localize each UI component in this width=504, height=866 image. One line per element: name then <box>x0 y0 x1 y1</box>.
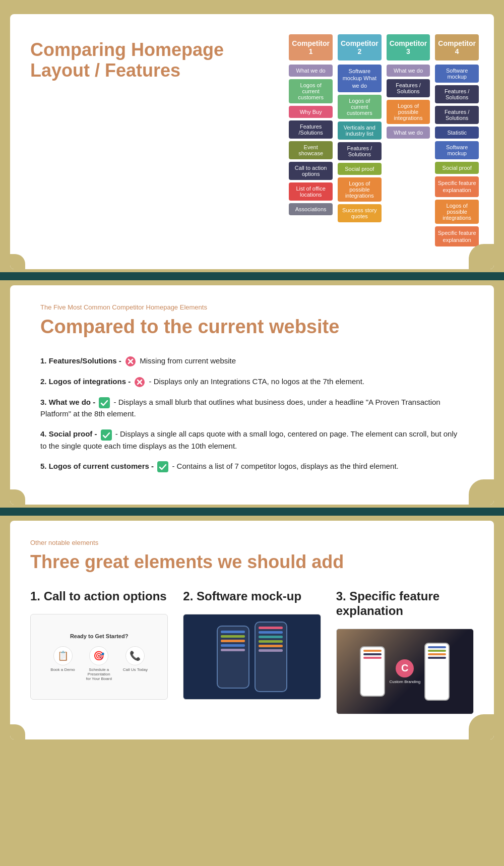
phone-bar-4 <box>221 644 245 647</box>
card3-title: 3. Specific feature explanation <box>336 589 474 618</box>
svg-rect-7 <box>101 429 112 441</box>
phone-bar-5 <box>221 649 245 651</box>
comp4-tag7: Specific feature explanation <box>435 176 479 197</box>
competitor-col-4: Competitor 4 Software mockup Features / … <box>435 34 479 249</box>
card2-image <box>183 614 321 700</box>
comp4-header: Competitor 4 <box>435 34 479 60</box>
feature-logo-text: Custom Branding <box>389 679 420 684</box>
checklist-item-2: 2. Logos of integrations - - Displays on… <box>40 376 464 388</box>
comp2-header: Competitor 2 <box>338 34 382 60</box>
cards-row: 1. Call to action options Ready to Get S… <box>30 589 474 714</box>
cta-icon-call: 📞 <box>125 646 145 665</box>
cta-icon-1: 📋 Book a Demo <box>50 646 75 681</box>
comp1-tag6: Call to action options <box>289 162 333 180</box>
phone-bar2-4 <box>259 640 283 643</box>
competitor-col-3: Competitor 3 What we do Features / Solut… <box>387 34 430 249</box>
feature-logo: C Custom Branding <box>389 659 420 684</box>
comp3-tag3: Logos of possible integrations <box>387 100 430 124</box>
comp4-tag9: Specific feature explanation <box>435 226 479 247</box>
comp1-header: Competitor 1 <box>289 34 333 60</box>
cta-icon-demo-label: Book a Demo <box>50 667 75 672</box>
phone-bar-2 <box>221 635 245 638</box>
comp2-tag5: Social proof <box>338 163 382 175</box>
cta-icon-demo: 📋 <box>53 646 73 665</box>
comp2-tag7: Success story quotes <box>338 204 382 222</box>
comp2-tag2: Logos of current customers <box>338 95 382 119</box>
comp1-tag3: Why Buy <box>289 106 333 118</box>
section2-subtitle: The Five Most Common Competitor Homepage… <box>40 303 464 311</box>
comp3-tag1: What we do <box>387 65 430 77</box>
phone-bar2-5 <box>259 645 283 647</box>
cta-icon-3: 📞 Call Us Today <box>123 646 148 681</box>
card3-image: C Custom Branding <box>336 629 474 714</box>
comp1-tag5: Event showcase <box>289 141 333 159</box>
comp4-tag1: Software mockup <box>435 65 479 83</box>
comp4-tag8: Logos of possible integrations <box>435 200 479 224</box>
section1: Comparing Homepage Layout / Features Com… <box>10 14 494 269</box>
comp2-tag3: Verticals and industry list <box>338 121 382 140</box>
phone-bar2-1 <box>259 627 283 629</box>
comp2-tag6: Logos of possible integrations <box>338 177 382 202</box>
phone-mockup-2 <box>255 622 287 692</box>
comp3-header: Competitor 3 <box>387 34 430 60</box>
cta-mockup-title: Ready to Get Started? <box>70 633 129 639</box>
section3-subtitle: Other notable elements <box>30 539 474 546</box>
cta-icon-present: 🎯 <box>89 646 108 665</box>
section2: The Five Most Common Competitor Homepage… <box>10 285 494 505</box>
fp2-bar3 <box>428 653 446 655</box>
svg-rect-6 <box>99 397 110 408</box>
x-icon-1 <box>125 356 136 367</box>
comp4-tag6: Social proof <box>435 162 479 174</box>
comp2-tag1: Software mockup What we do <box>338 65 382 92</box>
comp1-tag7: List of office locations <box>289 182 333 201</box>
competitor-col-2: Competitor 2 Software mockup What we do … <box>338 34 382 249</box>
card-1: 1. Call to action options Ready to Get S… <box>30 589 168 700</box>
card2-title: 2. Software mock-up <box>183 589 321 604</box>
cta-mockup-icons: 📋 Book a Demo 🎯 Schedule a Presentation … <box>50 646 148 681</box>
feature-phone-1 <box>360 646 385 697</box>
comp1-tag8: Associations <box>289 203 333 215</box>
phone-bar-1 <box>221 631 245 633</box>
comp1-tag2: Logos of current customers <box>289 79 333 103</box>
phone-bar2-6 <box>259 649 283 652</box>
comp4-tag2: Features / Solutions <box>435 85 479 103</box>
cta-icon-2: 🎯 Schedule a Presentation for Your Board <box>85 646 113 681</box>
comp1-tag4: Features /Solutions <box>289 120 333 139</box>
check-icon-5 <box>157 461 168 472</box>
svg-rect-8 <box>157 461 168 472</box>
section1-title: Comparing Homepage Layout / Features <box>30 34 279 81</box>
cta-icon-present-label: Schedule a Presentation for Your Board <box>85 667 113 681</box>
comp3-tag2: Features / Solutions <box>387 79 430 97</box>
phone-bar2-3 <box>259 636 283 638</box>
comp4-tag5: Software mockup <box>435 141 479 159</box>
phone-mockup-1 <box>217 626 249 689</box>
fp2-bar4 <box>428 657 446 659</box>
check-icon-4 <box>101 429 112 441</box>
check-icon-3 <box>99 397 110 408</box>
checklist-item-1: 1. Features/Solutions - Missing from cur… <box>40 355 464 367</box>
fp2-bar2 <box>428 650 446 652</box>
checklist-item-5: 5. Logos of current customers - - Contai… <box>40 461 464 472</box>
checklist-item-4: 4. Social proof - - Displays a single al… <box>40 428 464 452</box>
card1-image: Ready to Get Started? 📋 Book a Demo 🎯 Sc… <box>30 614 168 700</box>
card-3: 3. Specific feature explanation <box>336 589 474 714</box>
fp1-bar1 <box>363 650 382 652</box>
section2-title: Compared to the current website <box>40 316 464 338</box>
checklist-item-3: 3. What we do - - Displays a small blurb… <box>40 397 464 420</box>
competitor-col-1: Competitor 1 What we do Logos of current… <box>289 34 333 249</box>
comp4-tag3: Features / Solutions <box>435 106 479 124</box>
phone-bar2-2 <box>259 631 283 634</box>
cta-icon-call-label: Call Us Today <box>123 667 148 672</box>
fp2-bar1 <box>428 646 446 648</box>
feature-phone-2 <box>424 643 450 701</box>
feature-logo-circle: C <box>396 659 414 677</box>
section3: Other notable elements Three great eleme… <box>10 521 494 739</box>
phone-bar-3 <box>221 640 245 642</box>
fp1-bar2 <box>363 653 382 655</box>
comp4-tag4: Statistic <box>435 127 479 139</box>
fp1-bar3 <box>363 657 382 659</box>
x-icon-2 <box>134 377 145 388</box>
section3-title: Three great elements we should add <box>30 551 474 572</box>
card-2: 2. Software mock-up <box>183 589 321 700</box>
comp2-tag4: Features / Solutions <box>338 142 382 160</box>
